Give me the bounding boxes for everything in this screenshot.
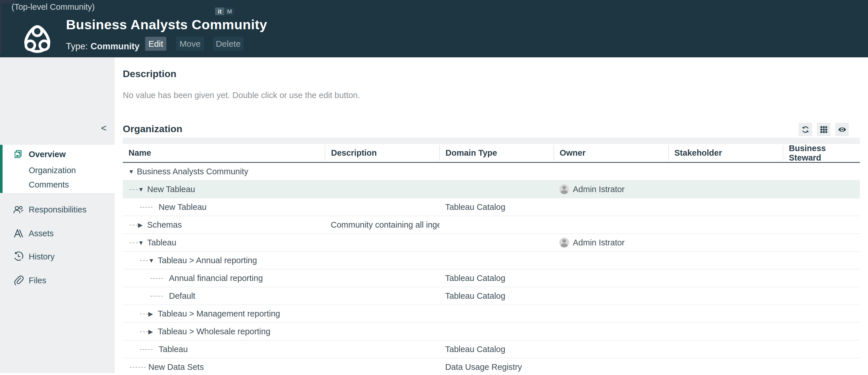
sidebar-item-label[interactable]: Responsibilities — [29, 205, 87, 214]
name-cell: New Data Sets — [123, 358, 325, 375]
history-clock-icon — [12, 251, 24, 262]
name-cell: ▼ Tableau > Annual reporting — [123, 252, 325, 269]
tree-connector — [140, 207, 153, 208]
page-header: (Top-level Community) it M Business Anal… — [0, 0, 868, 57]
tree-connector — [130, 225, 138, 225]
name-cell: ▶ Tableau > Wholesale reporting — [123, 323, 325, 340]
name-cell: Tableau — [123, 341, 325, 358]
caret-icon[interactable]: ▶ — [148, 311, 153, 317]
type-label: Type: — [66, 41, 88, 51]
eye-icon[interactable] — [835, 123, 849, 136]
column-header-stakeholder[interactable]: Stakeholder — [669, 145, 783, 161]
sidebar-item-label[interactable]: Organization — [29, 166, 76, 175]
sidebar-item-comments[interactable]: Comments — [0, 177, 115, 193]
owner-cell: Admin Istrator — [554, 184, 669, 194]
sidebar-item-label[interactable]: Files — [29, 276, 46, 285]
tree-connector — [150, 278, 163, 279]
asset-name[interactable]: Annual financial reporting — [123, 274, 263, 283]
table-row[interactable]: New Tableau Tableau Catalog — [123, 198, 860, 216]
sidebar-item-label[interactable]: Overview — [29, 150, 66, 159]
sidebar-item-history[interactable]: History — [0, 249, 115, 264]
sidebar-item-label[interactable]: History — [29, 252, 55, 261]
owner-name[interactable]: Admin Istrator — [573, 185, 625, 194]
assets-icon — [12, 228, 24, 239]
owner-name[interactable]: Admin Istrator — [573, 238, 625, 247]
table-row[interactable]: Annual financial reporting Tableau Catal… — [123, 270, 860, 287]
move-button[interactable]: Move — [176, 37, 204, 51]
tree-connector — [140, 332, 148, 332]
table-body: ▼ Business Analysts Community ▼ New Tabl… — [123, 163, 860, 375]
caret-icon[interactable]: ▼ — [138, 240, 144, 246]
sidebar-item-files[interactable]: Files — [0, 272, 115, 288]
table-row[interactable]: ▼ Business Analysts Community — [123, 163, 860, 181]
caret-icon[interactable]: ▼ — [148, 257, 154, 263]
domain-type-cell: Tableau Catalog — [439, 345, 554, 354]
name-cell: Annual financial reporting — [123, 270, 325, 287]
tree-connector — [130, 189, 138, 190]
caret-icon[interactable]: ▶ — [138, 222, 143, 228]
header-edge-decoration — [0, 0, 2, 54]
organization-table: Name Description Domain Type Owner Stake… — [123, 144, 860, 375]
edit-button[interactable]: Edit — [145, 37, 166, 51]
table-row[interactable]: ▶ Tableau > Management reporting — [123, 305, 860, 323]
table-row[interactable]: ▼ New Tableau Admin Istrator — [123, 181, 860, 198]
table-row[interactable]: ▶ Tableau > Wholesale reporting — [123, 323, 860, 341]
table-row[interactable]: ▼ Tableau > Annual reporting — [123, 252, 860, 270]
asset-name[interactable]: Tableau — [123, 345, 188, 354]
column-header-name[interactable]: Name — [123, 145, 325, 161]
name-cell: Default — [123, 287, 325, 305]
people-icon — [12, 204, 24, 215]
table-row[interactable]: Default Tableau Catalog — [123, 287, 860, 305]
organization-toolbar — [799, 123, 849, 136]
description-heading: Description — [123, 68, 177, 80]
table-header-row: Name Description Domain Type Owner Stake… — [123, 144, 860, 163]
delete-button[interactable]: Delete — [213, 37, 244, 51]
asset-name[interactable]: Business Analysts Community — [123, 167, 248, 176]
description-cell: Community containing all inge... — [325, 220, 439, 230]
name-cell: ▶ Schemas — [123, 216, 325, 233]
tree-connector — [140, 349, 153, 350]
asset-type-line: Type:Community — [66, 41, 140, 52]
tree-connector — [130, 243, 138, 243]
type-value: Community — [91, 41, 140, 51]
description-empty-text[interactable]: No value has been given yet. Double clic… — [123, 91, 360, 100]
column-header-domain-type[interactable]: Domain Type — [439, 145, 554, 161]
sidebar-item-label[interactable]: Assets — [29, 229, 54, 238]
sidebar-item-overview[interactable]: Overview — [0, 146, 115, 162]
page-title: Business Analysts Community — [66, 17, 267, 32]
table-row[interactable]: Tableau Tableau Catalog — [123, 341, 860, 358]
refresh-icon[interactable] — [799, 123, 812, 136]
table-row[interactable]: ▼ Tableau Admin Istrator — [123, 234, 860, 252]
column-header-business-steward[interactable]: Business Steward — [783, 145, 860, 161]
mini-tab-m[interactable]: M — [225, 7, 234, 15]
sidebar-item-organization[interactable]: Organization — [0, 162, 115, 178]
sidebar-item-assets[interactable]: Assets — [0, 225, 115, 241]
user-avatar — [559, 238, 569, 247]
grid-icon[interactable] — [817, 123, 830, 136]
tree-connector — [140, 260, 148, 261]
asset-name[interactable]: New Tableau — [123, 202, 207, 212]
sidebar: < Overview Organization Comments Re — [0, 57, 115, 373]
tree-connector — [130, 367, 146, 368]
domain-type-cell: Tableau Catalog — [439, 274, 554, 283]
user-avatar — [559, 184, 569, 194]
name-cell: ▶ Tableau > Management reporting — [123, 305, 325, 322]
sidebar-item-responsibilities[interactable]: Responsibilities — [0, 201, 115, 218]
column-header-owner[interactable]: Owner — [554, 145, 669, 161]
domain-type-cell: Tableau Catalog — [439, 202, 554, 212]
domain-type-cell: Data Usage Registry — [439, 363, 554, 372]
caret-icon[interactable]: ▶ — [148, 329, 153, 335]
community-icon — [22, 24, 52, 53]
caret-icon[interactable]: ▼ — [128, 168, 134, 175]
table-row[interactable]: New Data Sets Data Usage Registry — [123, 358, 860, 375]
sidebar-collapse-button[interactable]: < — [97, 122, 110, 134]
table-row[interactable]: ▶ Schemas Community containing all inge.… — [123, 216, 860, 234]
mini-tab-it[interactable]: it — [215, 7, 224, 15]
caret-icon[interactable]: ▼ — [138, 186, 144, 192]
name-cell: ▼ Business Analysts Community — [123, 163, 325, 180]
column-header-description[interactable]: Description — [325, 145, 439, 161]
overview-document-icon — [12, 149, 24, 160]
name-cell: ▼ New Tableau — [123, 181, 325, 198]
breadcrumb[interactable]: (Top-level Community) — [11, 2, 95, 12]
sidebar-item-label[interactable]: Comments — [29, 180, 69, 189]
